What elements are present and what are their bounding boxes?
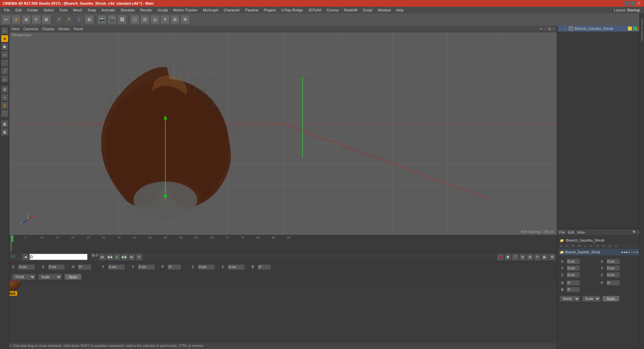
vp-menu-panel[interactable]: Panel [73, 27, 83, 31]
menu-simulate[interactable]: Simulate [118, 7, 138, 13]
minimize-button[interactable]: ─ [625, 1, 629, 6]
menu-window[interactable]: Window [375, 7, 393, 13]
step-back-button[interactable]: ◀◀ [106, 254, 113, 260]
move-pb-button[interactable]: ⊕ [519, 254, 526, 260]
attr-menu-view[interactable]: View [577, 230, 585, 234]
attr-vis-7[interactable]: ⊕ [636, 251, 638, 254]
maximize-button[interactable]: □ [631, 1, 635, 6]
vp-icon-move[interactable]: ⇔ [540, 27, 542, 31]
attr-selected-obj-row[interactable]: 📁 Branch_Gazebo_Shrub ■ ■ ■ ● ○ ◎ ⊕ ⊠ [558, 249, 643, 255]
move-tool-button[interactable]: ⊕ [11, 15, 21, 24]
menu-3dtoall[interactable]: 3DToAll [306, 7, 324, 13]
vp-icon-split[interactable]: ⊞ [548, 27, 551, 31]
menu-mesh[interactable]: Mesh [70, 7, 85, 13]
attr-h-input[interactable] [567, 280, 580, 286]
menu-file[interactable]: File [1, 7, 13, 13]
vp-menu-cameras[interactable]: Cameras [23, 27, 39, 31]
record-button[interactable]: ● [497, 254, 504, 260]
menu-tools[interactable]: Tools [56, 7, 70, 13]
menu-script[interactable]: Script [360, 7, 375, 13]
attr-x2-input[interactable] [606, 259, 620, 264]
display-mode-button[interactable]: ⬡ [130, 15, 140, 24]
grid-button[interactable]: ⊞ [170, 15, 180, 24]
menu-motion-tracker[interactable]: Motion Tracker [170, 7, 200, 13]
rotate-tool-button[interactable]: ↻ [32, 15, 41, 24]
attr-vis-5[interactable]: ○ [631, 251, 632, 254]
x-position-input[interactable] [18, 264, 35, 270]
motion-record-button[interactable]: ⏺ [504, 254, 511, 260]
z-position-input[interactable] [198, 264, 215, 270]
y-position-input[interactable] [108, 264, 125, 270]
settings-pb-button[interactable]: ⚙ [549, 254, 555, 260]
z-rotation-input[interactable] [228, 264, 245, 270]
vp-menu-display[interactable]: Display [42, 27, 54, 31]
viewport-canvas[interactable]: X Y Z Grid Spacing : 100 cm [9, 32, 557, 235]
view-settings-button[interactable]: ⚙ [180, 15, 190, 24]
y-rotation-input[interactable] [138, 264, 155, 270]
menu-render[interactable]: Render [138, 7, 155, 13]
attr-vis-2[interactable]: ■ [624, 251, 626, 254]
undo-button[interactable]: ↩ [1, 15, 11, 24]
menu-animate[interactable]: Animate [99, 7, 118, 13]
point-mode-button[interactable]: · [1, 59, 8, 66]
menu-help[interactable]: Help [393, 7, 407, 13]
p-angle-input[interactable] [168, 264, 181, 270]
z-axis-button[interactable]: Z [74, 15, 84, 24]
phong-button[interactable]: ◎ [150, 15, 160, 24]
attr-scale-dropdown[interactable]: Scale [582, 296, 600, 302]
rotate-pb-button[interactable]: ↻ [534, 254, 541, 260]
texture-mode-button[interactable]: ⬟ [1, 43, 8, 50]
y-axis-button[interactable]: Y [64, 15, 74, 24]
render-to-picture-button[interactable]: 🖼 [117, 15, 127, 24]
attr-menu-edit[interactable]: Edit [568, 230, 574, 234]
attribute-browser-tab[interactable]: Attribute Browser [640, 18, 644, 41]
attr-vis-3[interactable]: ■ [626, 251, 628, 254]
help-pb-button[interactable]: ? [512, 254, 519, 260]
frame-number-input[interactable] [30, 254, 88, 260]
render-button[interactable]: 📷 [97, 15, 107, 24]
apply-button[interactable]: Apply [64, 274, 82, 280]
attr-x-input[interactable] [567, 259, 580, 264]
layer2-button[interactable]: ▩ [1, 128, 8, 136]
scale-dropdown[interactable]: Scale Absolute [38, 274, 62, 280]
menu-pipeline[interactable]: Pipeline [243, 7, 261, 13]
timeline-ruler[interactable]: 0 5 10 15 20 25 30 35 40 45 50 55 60 65 … [9, 235, 557, 242]
menu-character[interactable]: Character [221, 7, 243, 13]
model-mode-button[interactable]: ⬡ [1, 27, 8, 34]
b-angle-input[interactable] [258, 264, 271, 270]
menu-edit[interactable]: Edit [13, 7, 24, 13]
rewind-button[interactable]: ⏮ [99, 254, 106, 260]
paint-mode-button[interactable]: ▭ [1, 51, 8, 58]
prev-button[interactable]: ◀ [22, 254, 29, 260]
mirror-button[interactable]: ∿ [1, 94, 8, 101]
world-space-button[interactable]: ⊞ [85, 15, 94, 24]
render-region-button[interactable]: 🎬 [107, 15, 117, 24]
attr-p-input[interactable] [606, 280, 620, 286]
sculpt-button[interactable]: ⌒ [1, 110, 8, 117]
attr-vis-4[interactable]: ● [628, 251, 630, 254]
vp-icon-close[interactable]: × [553, 27, 555, 31]
menu-corona[interactable]: Corona [324, 7, 341, 13]
x-rotation-input[interactable] [48, 264, 65, 270]
attr-y-input[interactable] [567, 265, 580, 271]
menu-create[interactable]: Create [24, 7, 41, 13]
play-button[interactable]: ▶ [114, 254, 120, 260]
attr-z-input[interactable] [567, 272, 580, 278]
object-mode-button[interactable]: ⊕ [1, 35, 8, 42]
menu-redshift[interactable]: Redshift [341, 7, 360, 13]
attr-vis-1[interactable]: ■ [622, 251, 623, 254]
menu-select[interactable]: Select [41, 7, 57, 13]
attr-vis-6[interactable]: ◎ [633, 251, 635, 254]
timeline-track[interactable] [9, 242, 557, 252]
attr-z2-input[interactable] [606, 272, 620, 278]
loop-button[interactable]: ⟳ [136, 254, 143, 260]
scale-tool-button[interactable]: ⊞ [21, 15, 31, 24]
object-item-shrub[interactable]: ▷ ⬡ Branch_Gazebo_Shrub ■ ■ [558, 26, 643, 32]
solo-button[interactable]: $ [1, 102, 8, 109]
menu-snap[interactable]: Snap [85, 7, 99, 13]
menu-mograph[interactable]: MoGraph [200, 7, 221, 13]
attr-world-dropdown[interactable]: World Object [560, 296, 580, 302]
light-button[interactable]: ☀ [160, 15, 170, 24]
menu-vray[interactable]: V-Ray Bridge [279, 7, 306, 13]
layer1-button[interactable]: ▦ [1, 120, 8, 128]
